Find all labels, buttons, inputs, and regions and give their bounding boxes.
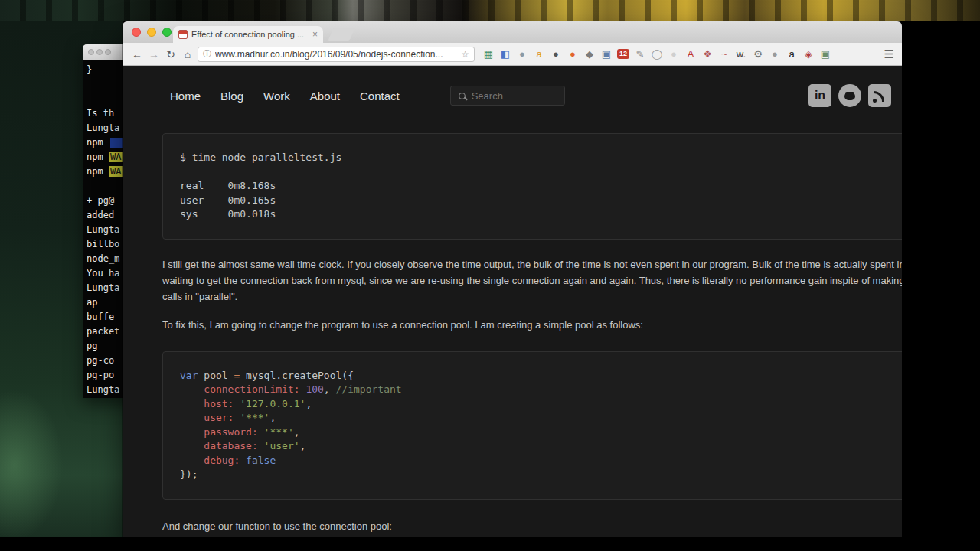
site-navbar: Home Blog Work About Contact in <box>122 66 902 121</box>
browser-window: Effect of connection pooling ... × ← → ↻… <box>122 21 902 537</box>
url-text[interactable]: www.madhur.co.in/blog/2016/09/05/nodejs-… <box>215 49 457 60</box>
search-input[interactable] <box>472 90 557 102</box>
new-tab-button[interactable] <box>328 28 354 41</box>
zoom-button[interactable] <box>162 28 172 37</box>
extensions-row: ▦◧●a●●◆▣12✎◯●A❖~w.⚙●a◈▣ <box>482 48 831 60</box>
video-frame: }Is thLungtanpm npm WAnpm WA+ pg@addedLu… <box>0 0 980 551</box>
extension-icon[interactable]: w. <box>735 48 747 60</box>
tab-favicon-icon <box>178 30 188 39</box>
extension-icon[interactable]: ◧ <box>499 48 511 60</box>
extension-icon[interactable]: a <box>533 48 545 60</box>
nav-link-about[interactable]: About <box>310 90 340 103</box>
extension-icon[interactable]: ● <box>769 48 781 60</box>
letterbox-right <box>902 21 980 537</box>
letterbox-bottom <box>0 537 980 551</box>
extension-icon[interactable]: ❖ <box>701 48 714 60</box>
code-block-create-pool: var pool = mysql.createPool({ connection… <box>162 351 902 500</box>
extension-icon[interactable]: ● <box>567 48 579 60</box>
paragraph: To fix this, I am going to change the pr… <box>162 317 902 333</box>
forward-button[interactable]: → <box>147 48 161 60</box>
address-bar[interactable]: ⓘ www.madhur.co.in/blog/2016/09/05/nodej… <box>198 47 475 62</box>
extension-icon[interactable]: ▣ <box>600 48 612 60</box>
bookmark-star-icon[interactable]: ☆ <box>461 49 469 60</box>
code-block-time-output: $ time node paralleltest.js real 0m8.168… <box>162 133 902 240</box>
back-button[interactable]: ← <box>130 48 144 60</box>
tab-close-icon[interactable]: × <box>312 30 318 39</box>
extension-icon[interactable]: a <box>786 48 798 60</box>
desktop-wallpaper-top <box>0 0 980 21</box>
browser-toolbar: ← → ↻ ⌂ ⓘ www.madhur.co.in/blog/2016/09/… <box>122 43 902 66</box>
extension-icon[interactable]: ✎ <box>634 48 646 60</box>
extension-icon[interactable]: ▣ <box>819 48 831 60</box>
minimize-button[interactable] <box>147 28 156 37</box>
extension-icon[interactable]: ◯ <box>651 48 663 60</box>
nav-link-home[interactable]: Home <box>170 90 201 103</box>
extension-icon[interactable]: ⚙ <box>752 48 764 60</box>
tab-title: Effect of connection pooling ... <box>191 30 309 39</box>
zoom-button[interactable] <box>105 49 111 55</box>
info-icon[interactable]: ⓘ <box>203 48 211 60</box>
nav-link-work[interactable]: Work <box>263 90 290 103</box>
github-icon[interactable] <box>838 84 861 107</box>
home-button[interactable]: ⌂ <box>181 48 194 60</box>
reload-button[interactable]: ↻ <box>164 48 178 60</box>
extension-icon[interactable]: ● <box>550 48 562 60</box>
social-links: in <box>808 84 891 107</box>
menu-icon[interactable]: ☰ <box>884 47 894 61</box>
browser-titlebar[interactable]: Effect of connection pooling ... × <box>122 21 902 43</box>
extension-icon[interactable]: ◈ <box>802 48 815 60</box>
linkedin-icon[interactable]: in <box>808 84 831 107</box>
extension-icon[interactable]: ◆ <box>583 48 596 60</box>
web-page: Home Blog Work About Contact in $ time n… <box>122 66 902 537</box>
rss-icon[interactable] <box>868 84 891 107</box>
extension-icon[interactable]: A <box>684 48 697 60</box>
blog-article: $ time node paralleltest.js real 0m8.168… <box>162 133 902 537</box>
extension-icon[interactable]: ~ <box>718 48 730 60</box>
search-icon <box>459 93 466 99</box>
minimize-button[interactable] <box>96 49 103 55</box>
nav-link-blog[interactable]: Blog <box>220 90 243 103</box>
extension-icon[interactable]: ▦ <box>482 48 495 60</box>
nav-link-contact[interactable]: Contact <box>360 90 400 103</box>
extension-icon[interactable]: ● <box>668 48 680 60</box>
extension-icon[interactable]: ● <box>516 48 528 60</box>
close-button[interactable] <box>88 49 94 55</box>
window-controls <box>132 28 172 37</box>
paragraph: I still get the almost same wall time cl… <box>162 256 902 305</box>
search-box[interactable] <box>450 86 565 106</box>
close-button[interactable] <box>132 28 141 37</box>
browser-tab[interactable]: Effect of connection pooling ... × <box>173 26 323 43</box>
extension-icon[interactable]: 12 <box>617 49 629 59</box>
paragraph: And change our function to use the conne… <box>162 518 902 534</box>
